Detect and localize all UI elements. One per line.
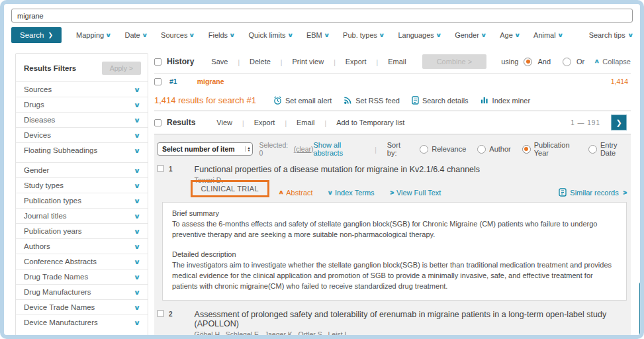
history-checkbox[interactable]	[154, 58, 161, 66]
divider	[276, 56, 287, 68]
alarm-clock-icon	[273, 96, 282, 105]
clear-selection-link[interactable]: (clear)	[294, 145, 314, 153]
result-2-checkbox[interactable]	[157, 310, 164, 317]
menu-quick-limits[interactable]: Quick limits∨	[248, 31, 293, 39]
abstract-panel: Brief summary To assess the 6-months eff…	[162, 202, 627, 301]
export-link[interactable]: Export	[254, 119, 275, 126]
filter-drug-trade-names[interactable]: Drug Trade Names∨	[16, 269, 148, 284]
radio-and[interactable]	[524, 58, 532, 66]
results-title: Results	[167, 118, 195, 127]
sort-entry-date[interactable]: Entry Date	[588, 141, 628, 157]
result-title-link[interactable]: Assessment of prolonged safety and toler…	[195, 310, 628, 328]
select-number-dropdown[interactable]: Select number of item ▴▾	[157, 142, 253, 156]
chevron-right-icon: ∨	[621, 189, 627, 196]
search-details-link[interactable]: Search details	[412, 96, 469, 105]
detailed-description-text: The investigators aim to investigate whe…	[172, 260, 617, 292]
filter-authors[interactable]: Authors∨	[16, 238, 148, 254]
menu-animal[interactable]: Animal∨	[533, 31, 563, 39]
sort-by-label: Sort by:	[387, 141, 409, 157]
chevron-down-icon: ∨	[134, 117, 141, 124]
view-link[interactable]: View	[216, 119, 232, 126]
search-button[interactable]: Search❯	[11, 27, 62, 43]
abstract-toggle-link[interactable]: ∨Abstract	[279, 189, 313, 197]
menu-sources[interactable]: Sources∨	[161, 31, 195, 39]
filter-journal-titles[interactable]: Journal titles∨	[16, 208, 148, 223]
results-toolbar: Results View Export Email Add to Tempora…	[154, 111, 631, 134]
filter-publication-years[interactable]: Publication years∨	[16, 223, 148, 238]
radio-entry-date[interactable]	[588, 145, 597, 154]
email-link[interactable]: Email	[297, 119, 315, 126]
sort-relevance[interactable]: Relevance	[420, 145, 466, 154]
radio-author[interactable]	[477, 145, 486, 154]
filter-drugs[interactable]: Drugs∨	[16, 97, 148, 112]
add-to-temporary-list-link[interactable]: Add to Temporary list	[336, 119, 404, 126]
filter-devices[interactable]: Devices∨	[16, 127, 148, 142]
history-save-link[interactable]: Save	[211, 58, 228, 66]
filter-study-types[interactable]: Study types∨	[16, 177, 148, 193]
result-authors: Göbel H., Schlegel E., Jaeger K., Ortler…	[195, 330, 628, 338]
scrollbar-thumb[interactable]	[639, 282, 644, 339]
index-terms-link[interactable]: ∨Index Terms	[328, 189, 375, 197]
sort-publication-year[interactable]: Publication Year	[522, 141, 577, 157]
collapse-link[interactable]: ∨Collapse	[594, 58, 631, 66]
filter-device-manufacturers[interactable]: Device Manufacturers∨	[16, 315, 148, 330]
radio-or[interactable]	[563, 58, 571, 66]
result-1-checkbox[interactable]	[157, 165, 164, 172]
chevron-down-icon: ∨	[134, 197, 141, 205]
brief-summary-heading: Brief summary	[172, 209, 617, 219]
results-column: History Save Delete Print view Export Em…	[154, 53, 631, 339]
filter-diseases[interactable]: Diseases∨	[16, 112, 148, 127]
divider	[280, 117, 291, 128]
sort-author[interactable]: Author	[477, 145, 510, 154]
history-delete-link[interactable]: Delete	[250, 58, 271, 66]
chevron-down-icon: ∨	[134, 101, 141, 109]
selected-count: 0	[259, 149, 263, 157]
menu-fields[interactable]: Fields∨	[208, 31, 235, 39]
search-input[interactable]	[11, 9, 633, 23]
menu-pub-types[interactable]: Pub. types∨	[343, 31, 384, 39]
chevron-down-icon: ∨	[514, 32, 521, 38]
chevron-down-icon: ∨	[557, 32, 564, 38]
combine-button[interactable]: Combine >	[422, 54, 487, 69]
radio-publication-year[interactable]	[522, 145, 531, 154]
chevron-right-icon: ❯	[48, 32, 53, 38]
search-number-link[interactable]: #1	[169, 77, 177, 85]
menu-age[interactable]: Age∨	[500, 31, 520, 39]
similar-records-icon	[559, 188, 567, 197]
filter-device-trade-names[interactable]: Device Trade Names∨	[16, 299, 148, 315]
search-result-count: 1,414	[611, 77, 631, 85]
filter-floating-subheadings[interactable]: Floating Subheadings∨	[16, 142, 148, 158]
history-title: History	[167, 57, 194, 66]
filter-conference-abstracts[interactable]: Conference Abstracts∨	[16, 254, 148, 269]
next-page-button[interactable]: ❯	[611, 115, 627, 130]
history-email-link[interactable]: Email	[388, 58, 406, 66]
chevron-down-icon: ∨	[134, 289, 141, 296]
divider	[320, 117, 332, 128]
menu-mapping[interactable]: Mapping∨	[76, 31, 111, 39]
history-row-checkbox[interactable]	[154, 78, 161, 85]
filter-sources[interactable]: Sources∨	[16, 81, 148, 97]
sort-zone: Show all abstracts Sort by: Relevance Au…	[314, 141, 628, 157]
set-email-alert-link[interactable]: Set email alert	[273, 96, 332, 105]
index-miner-link[interactable]: Index miner	[481, 96, 530, 105]
history-print-view-link[interactable]: Print view	[292, 58, 324, 66]
apply-button[interactable]: Apply >	[102, 62, 141, 75]
menu-ebm[interactable]: EBM∨	[306, 31, 329, 39]
filter-publication-types[interactable]: Publication types∨	[16, 193, 148, 208]
menu-languages[interactable]: Languages∨	[398, 31, 441, 39]
menu-gender[interactable]: Gender∨	[455, 31, 486, 39]
set-rss-feed-link[interactable]: Set RSS feed	[344, 96, 400, 105]
detailed-description-heading: Detailed description	[172, 250, 617, 260]
similar-records-link[interactable]: Similar records ∨	[559, 188, 627, 197]
filter-drug-manufacturers[interactable]: Drug Manufacturers∨	[16, 284, 148, 299]
filter-gender[interactable]: Gender∨	[16, 162, 148, 177]
view-full-text-link[interactable]: ∨View Full Text	[389, 189, 441, 197]
show-all-abstracts-link[interactable]: Show all abstracts	[314, 141, 365, 157]
search-tips-link[interactable]: Search tips∨	[589, 31, 633, 39]
menu-date[interactable]: Date∨	[125, 31, 148, 39]
results-count-text: 1,414 results for search #1	[154, 95, 256, 105]
select-all-checkbox[interactable]	[154, 119, 161, 126]
result-title-link[interactable]: Functional properties of a disease mutat…	[195, 165, 628, 174]
radio-relevance[interactable]	[420, 145, 428, 154]
history-export-link[interactable]: Export	[345, 58, 367, 66]
